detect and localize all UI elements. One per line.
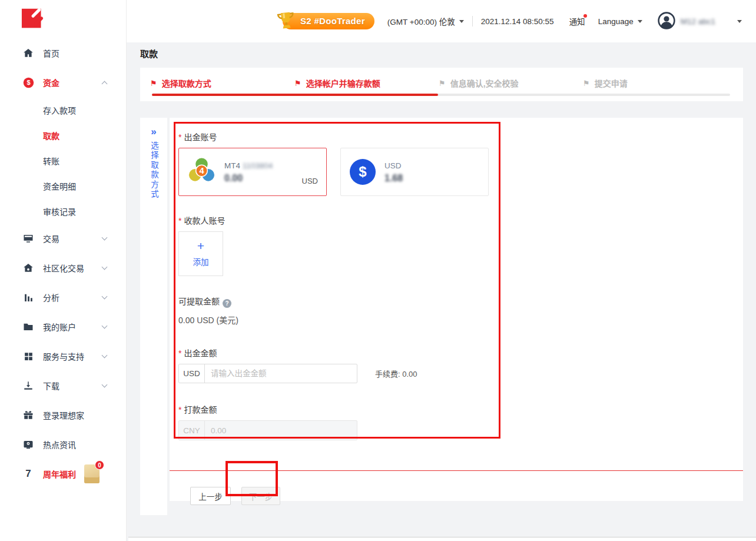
flag-icon: ⚑ (439, 79, 446, 88)
community-home-icon (22, 263, 34, 273)
sidebar-item-fund-details[interactable]: 资金明细 (0, 173, 126, 198)
form-footer: 上一步 下一步 (170, 470, 743, 505)
sidebar-item-download[interactable]: 下载 (0, 371, 126, 400)
payout-amount-label: *打款金额 (178, 403, 743, 415)
bar-chart-icon (22, 293, 34, 303)
account-balance: 1.68 (384, 173, 480, 184)
logo-icon (21, 6, 48, 33)
sidebar-item-label: 资金 (43, 77, 59, 88)
account-card-usd-wallet[interactable]: $ USD 1.68 (340, 148, 489, 196)
account-dropdown[interactable] (733, 20, 742, 23)
svg-text:$: $ (26, 79, 30, 86)
caret-down-icon (459, 20, 464, 23)
top-bar: S2 #DooTrader (GMT +00:00) 伦敦 2021.12.14… (127, 0, 756, 42)
notifications-label: 通知 (569, 15, 585, 27)
language-label: Language (598, 17, 634, 26)
previous-step-button[interactable]: 上一步 (190, 487, 231, 505)
help-icon[interactable]: ? (223, 299, 231, 308)
account-name: MT4 1103804 (224, 161, 273, 170)
app-window: 首页 $ 资金 存入款项 取款 转账 资金明细 审核记录 交易 (0, 0, 756, 541)
sidebar-item-label: 取款 (43, 130, 59, 141)
sidebar-item-transfer[interactable]: 转账 (0, 148, 126, 173)
dootrader-badge[interactable]: S2 #DooTrader (276, 10, 374, 33)
withdrawable-amount-label: 可提取金额? (178, 295, 743, 308)
svg-text:4: 4 (199, 166, 204, 175)
bottom-strip (128, 537, 756, 541)
trophy-icon (274, 9, 298, 34)
sidebar-item-anniversary[interactable]: 7 周年福利 0 (0, 459, 126, 489)
sidebar-item-community-trading[interactable]: 社区化交易 (0, 253, 126, 283)
timezone-label: (GMT +00:00) 伦敦 (387, 15, 455, 27)
user-menu[interactable]: M12 abc1 (658, 12, 715, 31)
sidebar-item-label: 资金明细 (43, 180, 76, 192)
usd-dollar-icon: $ (350, 159, 376, 185)
download-icon (22, 380, 34, 391)
sidebar-item-my-account[interactable]: 我的账户 (0, 312, 126, 341)
sidebar-item-analysis[interactable]: 分析 (0, 283, 126, 312)
double-chevron-right-icon: » (140, 126, 167, 138)
step-label: 信息确认,安全校验 (450, 77, 519, 89)
payout-amount-input (205, 421, 357, 440)
notifications-button[interactable]: 通知 (569, 15, 585, 27)
sidebar-item-label: 交易 (43, 233, 59, 244)
doo-prime-logo[interactable] (21, 6, 48, 33)
chevron-up-icon (102, 81, 108, 87)
steps-progress-track (152, 94, 730, 96)
payee-account-label: *收款人账号 (178, 214, 743, 226)
step-label: 选择帐户并输存款额 (306, 77, 380, 89)
step-label: 选择取款方式 (162, 77, 211, 89)
home-icon (22, 48, 34, 58)
main-area: S2 #DooTrader (GMT +00:00) 伦敦 2021.12.14… (127, 0, 756, 541)
sidebar-item-trade[interactable]: 交易 (0, 224, 126, 253)
avatar (658, 12, 675, 31)
withdrawable-amount-value: 0.00 USD (美元) (178, 314, 743, 326)
account-cards-row: 4 MT4 1103804 0.00 USD $ (178, 148, 743, 196)
chevron-down-icon (102, 353, 108, 359)
chevron-down-icon (102, 382, 108, 388)
sidebar-item-withdraw[interactable]: 取款 (0, 122, 126, 148)
sidebar-item-home[interactable]: 首页 (0, 38, 126, 68)
grid-icon (22, 351, 34, 361)
server-datetime: 2021.12.14 08:50:55 (481, 17, 554, 26)
sidebar-item-funds[interactable]: $ 资金 (0, 68, 126, 97)
account-card-mt4[interactable]: 4 MT4 1103804 0.00 USD (178, 148, 327, 196)
datetime-label: 2021.12.14 08:50:55 (481, 17, 554, 26)
language-selector[interactable]: Language (598, 17, 642, 26)
mt4-icon: 4 (188, 157, 215, 187)
timezone-selector[interactable]: (GMT +00:00) 伦敦 (387, 15, 464, 27)
required-mark: * (178, 216, 181, 225)
payout-amount-group: CNY (178, 420, 357, 440)
sidebar-item-deposit[interactable]: 存入款项 (0, 97, 126, 122)
next-step-button[interactable]: 下一步 (241, 487, 280, 505)
flag-icon: ⚑ (294, 79, 301, 88)
account-info: USD 1.68 (384, 160, 480, 184)
withdraw-amount-input[interactable] (205, 364, 357, 383)
sidebar-item-label: 首页 (43, 47, 59, 59)
gift-icon (22, 410, 34, 420)
chevron-down-icon (102, 294, 108, 300)
collapse-tab[interactable]: » 选择取款方式 (140, 118, 167, 515)
sidebar-item-label: 热点资讯 (43, 439, 76, 450)
red-packet-icon[interactable]: 0 (84, 464, 100, 483)
seven-icon: 7 (22, 468, 34, 480)
payout-amount-row: CNY (178, 420, 743, 440)
envelope-count-badge: 0 (95, 460, 104, 470)
divider (472, 16, 473, 26)
sidebar-item-label: 存入款项 (43, 104, 76, 116)
sidebar-item-hot-news[interactable]: 热点资讯 (0, 430, 126, 459)
add-payee-button[interactable]: + 添加 (178, 231, 223, 276)
sidebar-item-label: 社区化交易 (43, 262, 84, 274)
account-currency: USD (302, 177, 318, 185)
currency-prefix: USD (179, 364, 205, 383)
step-label: 提交申请 (595, 77, 628, 89)
sidebar: 首页 $ 资金 存入款项 取款 转账 资金明细 审核记录 交易 (0, 0, 127, 541)
chevron-down-icon (102, 235, 108, 241)
sidebar-item-services-support[interactable]: 服务与支持 (0, 341, 126, 371)
sidebar-item-label: 下载 (43, 380, 59, 391)
sidebar-item-lixianjia[interactable]: 登录理想家 (0, 400, 126, 430)
chevron-down-icon (102, 323, 108, 329)
steps-bar: ⚑ 选择取款方式 ⚑ 选择帐户并输存款额 ⚑ 信息确认,安全校验 ⚑ 提交申请 (140, 68, 743, 101)
withdraw-amount-row: USD 手续费: 0.00 (178, 364, 743, 383)
steps-progress-fill (152, 94, 438, 96)
sidebar-item-audit-records[interactable]: 审核记录 (0, 198, 126, 224)
